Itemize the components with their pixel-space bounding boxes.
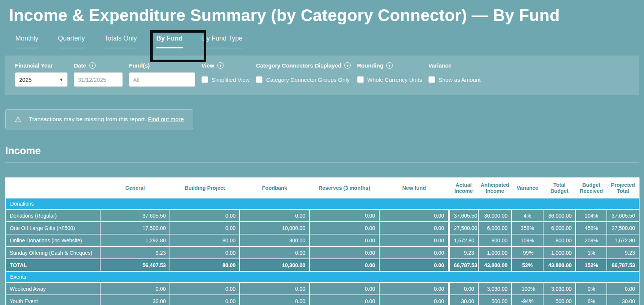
financial-year-label: Financial Year [15, 62, 68, 69]
rounding-label: Rounding i [357, 62, 422, 69]
cell: 0% [576, 282, 607, 295]
cell: 6% [576, 295, 607, 305]
funds-input[interactable] [129, 72, 195, 87]
simplified-view-checkbox[interactable] [201, 76, 208, 83]
cell: 0.00 [170, 209, 240, 222]
row-label: One Off Large Gifts (>£500) [6, 222, 100, 234]
row-label: Weekend Away [6, 282, 100, 295]
cell: 4% [512, 209, 543, 222]
cell: 27,500.00 [607, 222, 639, 234]
cell: 0.00 [309, 295, 379, 305]
cell: 66,787.53 [449, 259, 478, 271]
cell: 300.00 [240, 234, 309, 246]
cell: 104% [576, 209, 607, 222]
cell: 0.00 [240, 246, 309, 259]
date-input[interactable] [74, 72, 123, 87]
variance-label: Variance [428, 62, 481, 69]
cell: 56,407.53 [100, 259, 170, 271]
tab-bar: Monthly Quarterly Totals Only By Fund By… [15, 35, 639, 48]
cell: 0.00 [170, 295, 240, 305]
warning-icon: ⚠ [15, 116, 21, 123]
show-as-amount-label: Show as Amount [438, 77, 481, 83]
section-row: Donations [6, 198, 639, 209]
filter-bar: Financial Year 2025 ▼ Date i Fund(s) [5, 56, 639, 95]
cell: -100% [512, 282, 543, 295]
financial-year-select[interactable]: 2025 ▼ [15, 72, 68, 87]
column-header: Budget Received [576, 178, 607, 198]
cell: 30.00 [449, 295, 478, 305]
cell: 0.00 [240, 282, 309, 295]
column-header: Projected Total [607, 178, 639, 198]
tab-totals-only[interactable]: Totals Only [104, 35, 137, 48]
cell: 9.23 [100, 246, 170, 259]
cell: 36,000.00 [478, 209, 512, 222]
table-header-row: GeneralBuilding ProjectFoodbankReserves … [6, 178, 639, 198]
cell: 800.00 [478, 234, 512, 246]
tab-monthly[interactable]: Monthly [15, 35, 38, 48]
whole-currency-units-checkbox[interactable] [357, 76, 364, 83]
whole-currency-units-label: Whole Currency Units [367, 77, 422, 83]
cell: 43,800.00 [478, 259, 512, 271]
cell: 80.00 [170, 234, 240, 246]
cell: 1,672.80 [607, 234, 639, 246]
connectors-group: Category Connectors Displayed i Category… [256, 62, 351, 87]
cell: 0.00 [379, 222, 449, 234]
row-label: Donations (Regular) [6, 209, 100, 222]
cell: 0.00 [309, 246, 379, 259]
show-as-amount-checkbox[interactable] [428, 76, 435, 83]
tab-by-fund[interactable]: By Fund [156, 35, 183, 48]
cell: 9.23 [449, 246, 478, 259]
tab-by-fund-type[interactable]: By Fund Type [202, 35, 243, 48]
cell: 27,500.00 [449, 222, 478, 234]
cell: 0.00 [379, 295, 449, 305]
cell: 458% [576, 222, 607, 234]
tab-quarterly[interactable]: Quarterly [58, 35, 85, 48]
cell: 0.00 [100, 282, 170, 295]
info-icon[interactable]: i [217, 62, 224, 69]
cell: 10,000.00 [240, 222, 309, 234]
cell: 3,030.00 [543, 282, 576, 295]
cell: 10,300.00 [240, 259, 309, 271]
financial-year-group: Financial Year 2025 ▼ [15, 62, 68, 87]
cell: 209% [576, 234, 607, 246]
cell: -94% [512, 295, 543, 305]
cell: 500.00 [478, 295, 512, 305]
chevron-down-icon: ▼ [59, 77, 63, 82]
cell: 0.00 [309, 234, 379, 246]
section-label: Events [6, 271, 639, 282]
cell: 0.00 [170, 282, 240, 295]
section-row: Events [6, 271, 639, 282]
section-label: Donations [6, 198, 639, 209]
table-row: Youth Event30.000.000.000.000.0030.00500… [6, 295, 639, 305]
find-out-more-link[interactable]: Find out more [148, 116, 184, 122]
cell: 358% [512, 222, 543, 234]
column-header: Foodbank [240, 178, 309, 198]
cell: 36,000.00 [543, 209, 576, 222]
connectors-label: Category Connectors Displayed i [256, 62, 351, 69]
cell: 500.00 [543, 295, 576, 305]
connector-groups-only-checkbox[interactable] [256, 76, 263, 83]
cell: 0.00 [379, 259, 449, 271]
date-label: Date i [74, 62, 123, 69]
info-icon[interactable]: i [89, 62, 96, 69]
row-label: Sunday Offering (Cash & Cheques) [6, 246, 100, 259]
row-label: Online Donations (inc Website) [6, 234, 100, 246]
warning-text: Transactions may be missing from this re… [29, 116, 184, 123]
funds-group: Fund(s) [129, 62, 195, 87]
cell: 1,672.80 [449, 234, 478, 246]
column-header: New fund [379, 178, 449, 198]
table-row: Weekend Away0.000.000.000.000.000.003,03… [6, 282, 639, 295]
info-icon[interactable]: i [386, 62, 393, 69]
table-row: Donations (Regular)37,605.500.000.000.00… [6, 209, 639, 222]
cell: 0.00 [379, 282, 449, 295]
column-header: Total Budget [543, 178, 576, 198]
cell: 152% [576, 259, 607, 271]
income-table: GeneralBuilding ProjectFoodbankReserves … [5, 177, 639, 305]
cell: 0.00 [607, 282, 639, 295]
info-icon[interactable]: i [344, 62, 351, 69]
cell: 0.00 [309, 259, 379, 271]
page-title: Income & Expenditure Summary (by Categor… [5, 0, 639, 25]
cell: 109% [512, 234, 543, 246]
view-group: View i Simplified View [201, 62, 249, 87]
cell: 1,000.00 [543, 246, 576, 259]
